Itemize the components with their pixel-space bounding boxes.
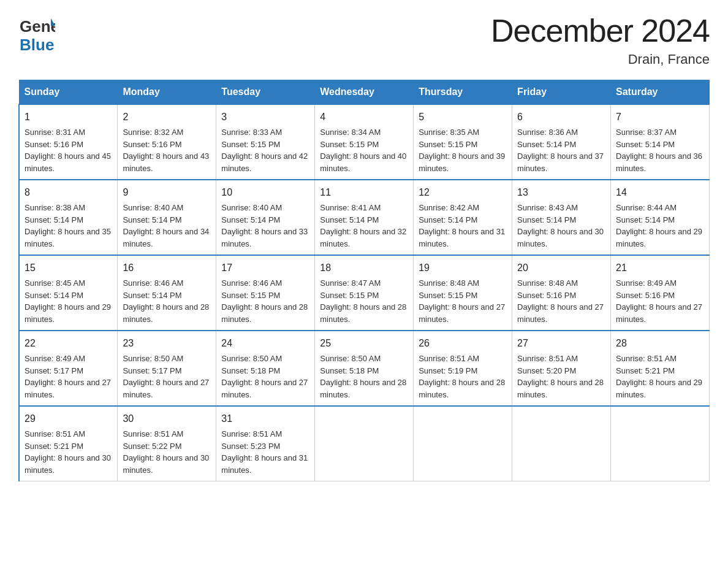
day-info: Sunrise: 8:51 AMSunset: 5:21 PMDaylight:… [616, 354, 702, 399]
weekday-header-wednesday: Wednesday [315, 80, 414, 105]
calendar-cell: 26 Sunrise: 8:51 AMSunset: 5:19 PMDaylig… [414, 331, 512, 406]
day-info: Sunrise: 8:50 AMSunset: 5:18 PMDaylight:… [320, 354, 406, 399]
day-number: 24 [221, 336, 309, 351]
calendar-cell: 4 Sunrise: 8:34 AMSunset: 5:15 PMDayligh… [315, 104, 414, 180]
day-number: 27 [517, 336, 605, 351]
day-number: 4 [320, 110, 408, 124]
day-number: 7 [616, 110, 704, 124]
day-number: 22 [25, 336, 112, 351]
day-info: Sunrise: 8:45 AMSunset: 5:14 PMDaylight:… [25, 278, 111, 324]
weekday-header-saturday: Saturday [611, 80, 710, 105]
calendar-cell [414, 406, 512, 481]
day-number: 11 [320, 185, 408, 200]
day-info: Sunrise: 8:51 AMSunset: 5:22 PMDaylight:… [123, 429, 209, 475]
day-info: Sunrise: 8:48 AMSunset: 5:16 PMDaylight:… [517, 278, 604, 324]
day-number: 21 [616, 261, 704, 275]
day-number: 14 [616, 185, 704, 200]
month-title: December 2024 [491, 12, 710, 49]
day-info: Sunrise: 8:43 AMSunset: 5:14 PMDaylight:… [517, 203, 604, 248]
calendar-cell: 29 Sunrise: 8:51 AMSunset: 5:21 PMDaylig… [19, 406, 118, 481]
day-info: Sunrise: 8:51 AMSunset: 5:23 PMDaylight:… [221, 429, 308, 475]
calendar-cell: 7 Sunrise: 8:37 AMSunset: 5:14 PMDayligh… [611, 104, 710, 180]
calendar-week-3: 15 Sunrise: 8:45 AMSunset: 5:14 PMDaylig… [19, 255, 710, 331]
day-info: Sunrise: 8:50 AMSunset: 5:17 PMDaylight:… [123, 354, 209, 399]
weekday-header-thursday: Thursday [414, 80, 512, 105]
day-number: 29 [25, 412, 112, 426]
day-number: 26 [419, 336, 507, 351]
day-info: Sunrise: 8:35 AMSunset: 5:15 PMDaylight:… [419, 128, 505, 173]
calendar-week-1: 1 Sunrise: 8:31 AMSunset: 5:16 PMDayligh… [19, 104, 710, 180]
day-number: 20 [517, 261, 605, 275]
day-info: Sunrise: 8:46 AMSunset: 5:14 PMDaylight:… [123, 278, 209, 324]
day-info: Sunrise: 8:44 AMSunset: 5:14 PMDaylight:… [616, 203, 702, 248]
calendar-cell: 18 Sunrise: 8:47 AMSunset: 5:15 PMDaylig… [315, 255, 414, 331]
day-info: Sunrise: 8:37 AMSunset: 5:14 PMDaylight:… [616, 128, 702, 173]
day-number: 15 [25, 261, 112, 275]
day-info: Sunrise: 8:40 AMSunset: 5:14 PMDaylight:… [221, 203, 308, 248]
day-number: 25 [320, 336, 408, 351]
calendar-cell: 28 Sunrise: 8:51 AMSunset: 5:21 PMDaylig… [611, 331, 710, 406]
calendar-table: SundayMondayTuesdayWednesdayThursdayFrid… [18, 80, 710, 481]
day-info: Sunrise: 8:51 AMSunset: 5:20 PMDaylight:… [517, 354, 604, 399]
day-number: 9 [123, 185, 211, 200]
day-info: Sunrise: 8:41 AMSunset: 5:14 PMDaylight:… [320, 203, 406, 248]
calendar-week-4: 22 Sunrise: 8:49 AMSunset: 5:17 PMDaylig… [19, 331, 710, 406]
day-info: Sunrise: 8:34 AMSunset: 5:15 PMDaylight:… [320, 128, 406, 173]
day-info: Sunrise: 8:49 AMSunset: 5:16 PMDaylight:… [616, 278, 702, 324]
calendar-cell: 9 Sunrise: 8:40 AMSunset: 5:14 PMDayligh… [118, 180, 216, 255]
calendar-cell: 22 Sunrise: 8:49 AMSunset: 5:17 PMDaylig… [19, 331, 118, 406]
calendar-body: 1 Sunrise: 8:31 AMSunset: 5:16 PMDayligh… [19, 104, 710, 481]
calendar-cell: 3 Sunrise: 8:33 AMSunset: 5:15 PMDayligh… [216, 104, 315, 180]
day-info: Sunrise: 8:51 AMSunset: 5:19 PMDaylight:… [419, 354, 505, 399]
logo-svg: General Blue [18, 12, 55, 55]
calendar-cell: 14 Sunrise: 8:44 AMSunset: 5:14 PMDaylig… [611, 180, 710, 255]
day-info: Sunrise: 8:38 AMSunset: 5:14 PMDaylight:… [25, 203, 111, 248]
svg-text:Blue: Blue [20, 36, 54, 54]
day-number: 31 [221, 412, 309, 426]
day-number: 5 [419, 110, 507, 124]
weekday-header-sunday: Sunday [19, 80, 118, 105]
weekday-header-monday: Monday [118, 80, 216, 105]
calendar-cell: 27 Sunrise: 8:51 AMSunset: 5:20 PMDaylig… [512, 331, 611, 406]
day-number: 12 [419, 185, 507, 200]
calendar-cell [512, 406, 611, 481]
calendar-cell: 17 Sunrise: 8:46 AMSunset: 5:15 PMDaylig… [216, 255, 315, 331]
day-number: 16 [123, 261, 211, 275]
day-info: Sunrise: 8:50 AMSunset: 5:18 PMDaylight:… [221, 354, 308, 399]
location-label: Drain, France [491, 52, 710, 67]
calendar-cell [315, 406, 414, 481]
calendar-cell: 25 Sunrise: 8:50 AMSunset: 5:18 PMDaylig… [315, 331, 414, 406]
day-info: Sunrise: 8:40 AMSunset: 5:14 PMDaylight:… [123, 203, 209, 248]
calendar-week-2: 8 Sunrise: 8:38 AMSunset: 5:14 PMDayligh… [19, 180, 710, 255]
day-number: 10 [221, 185, 309, 200]
calendar-cell: 21 Sunrise: 8:49 AMSunset: 5:16 PMDaylig… [611, 255, 710, 331]
calendar-cell: 1 Sunrise: 8:31 AMSunset: 5:16 PMDayligh… [19, 104, 118, 180]
day-number: 3 [221, 110, 309, 124]
svg-text:General: General [20, 17, 55, 36]
weekday-header-tuesday: Tuesday [216, 80, 315, 105]
day-number: 28 [616, 336, 704, 351]
day-number: 8 [25, 185, 112, 200]
calendar-cell: 2 Sunrise: 8:32 AMSunset: 5:16 PMDayligh… [118, 104, 216, 180]
day-info: Sunrise: 8:49 AMSunset: 5:17 PMDaylight:… [25, 354, 111, 399]
weekday-header-row: SundayMondayTuesdayWednesdayThursdayFrid… [19, 80, 710, 105]
logo-area: General Blue [18, 12, 55, 58]
calendar-cell: 13 Sunrise: 8:43 AMSunset: 5:14 PMDaylig… [512, 180, 611, 255]
calendar-cell: 12 Sunrise: 8:42 AMSunset: 5:14 PMDaylig… [414, 180, 512, 255]
day-number: 18 [320, 261, 408, 275]
day-info: Sunrise: 8:36 AMSunset: 5:14 PMDaylight:… [517, 128, 604, 173]
logo: General Blue [18, 12, 55, 58]
calendar-header: SundayMondayTuesdayWednesdayThursdayFrid… [19, 80, 710, 105]
calendar-cell: 5 Sunrise: 8:35 AMSunset: 5:15 PMDayligh… [414, 104, 512, 180]
calendar-cell [611, 406, 710, 481]
calendar-cell: 30 Sunrise: 8:51 AMSunset: 5:22 PMDaylig… [118, 406, 216, 481]
page-header: General Blue December 2024 Drain, France [18, 12, 710, 67]
day-number: 19 [419, 261, 507, 275]
weekday-header-friday: Friday [512, 80, 611, 105]
day-info: Sunrise: 8:47 AMSunset: 5:15 PMDaylight:… [320, 278, 406, 324]
day-number: 13 [517, 185, 605, 200]
day-number: 17 [221, 261, 309, 275]
day-number: 30 [123, 412, 211, 426]
calendar-cell: 8 Sunrise: 8:38 AMSunset: 5:14 PMDayligh… [19, 180, 118, 255]
day-number: 1 [25, 110, 112, 124]
